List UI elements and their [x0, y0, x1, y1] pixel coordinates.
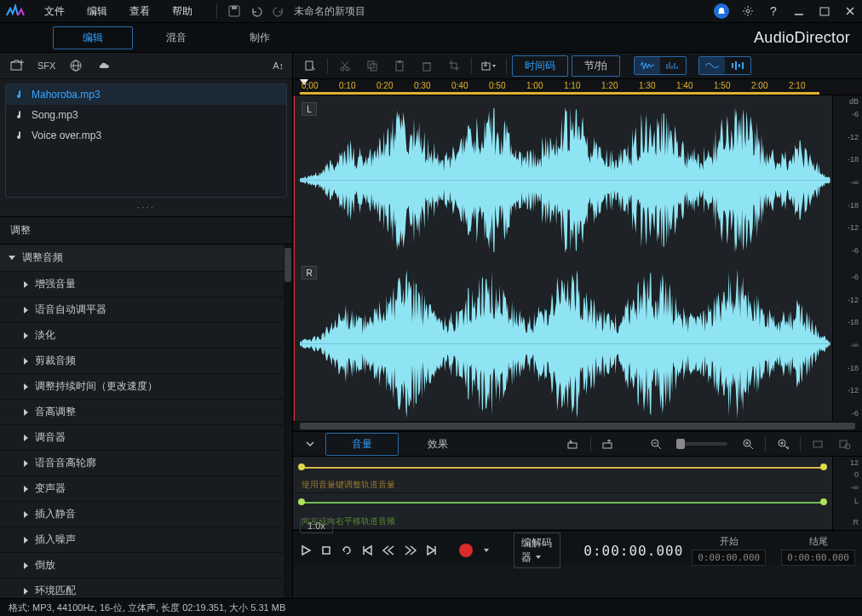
scrollbar-vertical[interactable] [284, 245, 292, 598]
help-icon[interactable]: ? [767, 4, 780, 18]
adjust-item[interactable]: 调整持续时间（更改速度） [0, 374, 284, 400]
cut-icon[interactable] [333, 56, 357, 75]
marker-out-icon[interactable] [596, 435, 620, 453]
channel-label-left: L [302, 102, 317, 116]
waveform-left-channel[interactable]: L [300, 101, 830, 252]
pan-envelope-lane[interactable]: 向左或向右平移轨道音频 [293, 493, 832, 530]
close-icon[interactable] [843, 4, 857, 18]
adjust-item[interactable]: 插入噪声 [0, 527, 284, 553]
adjust-item[interactable]: 音高调整 [0, 400, 284, 425]
adjust-item[interactable]: 调音器 [0, 425, 284, 451]
copy-icon[interactable] [360, 56, 384, 75]
codec-button[interactable]: 编解码器 [514, 533, 560, 568]
status-bar: 格式: MP3, 44100Hz, 16-位, 立体声, 长度 02:19.35… [0, 598, 862, 616]
notification-icon[interactable] [714, 3, 729, 19]
maximize-icon[interactable] [818, 4, 831, 18]
adjust-item[interactable]: 语音自动调平器 [0, 297, 284, 323]
db-scale: dB -6-12-18-∞-18-12-6 -6-12-18-∞-18-12-6 [832, 95, 862, 421]
timecode-display: 0:00:00.000 [583, 543, 683, 559]
redo-icon[interactable] [272, 4, 285, 18]
wave-display-1-icon[interactable] [699, 57, 725, 74]
settings-icon[interactable] [741, 4, 755, 18]
delete-icon[interactable] [415, 56, 439, 75]
svg-rect-4 [820, 8, 829, 15]
adjust-item[interactable]: 增强音量 [0, 272, 284, 297]
skip-end-icon[interactable] [426, 541, 438, 560]
zoom-select-icon[interactable] [806, 435, 830, 453]
svg-point-12 [341, 67, 344, 71]
end-time[interactable]: 0:00:00.000 [781, 550, 855, 566]
menu-file[interactable]: 文件 [44, 4, 65, 19]
svg-rect-18 [423, 63, 430, 71]
svg-rect-27 [735, 61, 737, 70]
file-row[interactable]: Song.mp3 [6, 105, 286, 125]
file-row[interactable]: Voice over.mp3 [6, 125, 286, 146]
adjust-item[interactable]: 淡化 [0, 323, 284, 348]
tab-effects[interactable]: 效果 [402, 434, 474, 455]
speed-indicator[interactable]: 1.0x [300, 518, 333, 533]
adjust-item[interactable]: 倒放 [0, 553, 284, 579]
file-row[interactable]: Mahoroba.mp3 [6, 84, 286, 105]
mode-mix[interactable]: 混音 [136, 26, 216, 49]
timeline-ruler[interactable]: 0;000:100:200:300:400:501:001:101:201:30… [293, 79, 862, 95]
forward-icon[interactable] [404, 541, 417, 560]
adjust-item[interactable]: 语音音高轮廓 [0, 451, 284, 476]
svg-rect-29 [742, 62, 744, 69]
zoom-region-icon[interactable] [833, 435, 857, 453]
waveform-view-icon[interactable] [635, 57, 660, 74]
save-icon[interactable] [227, 4, 241, 18]
record-dropdown-icon[interactable] [481, 541, 493, 560]
svg-rect-46 [323, 547, 330, 554]
undo-icon[interactable] [250, 4, 263, 18]
panel-resize-handle[interactable]: ···· [0, 198, 292, 216]
volume-hint: 使用音量键调整轨道音量 [302, 479, 395, 491]
adjust-item[interactable]: 剪裁音频 [0, 348, 284, 374]
select-tool-icon[interactable] [298, 56, 322, 75]
minimize-icon[interactable] [792, 4, 806, 18]
adjust-item[interactable]: 插入静音 [0, 502, 284, 527]
zoom-out-icon[interactable] [644, 435, 668, 453]
spectral-view-icon[interactable] [660, 57, 686, 74]
globe-icon[interactable] [67, 57, 84, 74]
rewind-icon[interactable] [382, 541, 395, 560]
adjust-group[interactable]: 调整音频 [0, 245, 284, 272]
cloud-icon[interactable] [96, 57, 113, 74]
collapse-icon[interactable] [298, 435, 322, 453]
menu-edit[interactable]: 编辑 [87, 4, 107, 19]
file-name: Voice over.mp3 [32, 130, 101, 141]
file-list: Mahoroba.mp3 Song.mp3 Voice over.mp3 [5, 83, 287, 198]
timecode-button[interactable]: 时间码 [512, 55, 568, 77]
paste-icon[interactable] [388, 56, 411, 75]
waveform-right-channel[interactable]: R [300, 264, 830, 416]
start-time[interactable]: 0:00:00.000 [692, 550, 766, 566]
menu-help[interactable]: 帮助 [172, 4, 193, 19]
file-name: Song.mp3 [32, 109, 78, 121]
beats-button[interactable]: 节/拍 [572, 55, 620, 77]
zoom-slider[interactable] [676, 442, 727, 446]
music-note-icon [14, 110, 25, 120]
svg-rect-32 [568, 443, 577, 448]
mode-produce[interactable]: 制作 [220, 26, 300, 49]
tab-volume[interactable]: 音量 [325, 433, 399, 456]
mode-edit[interactable]: 编辑 [53, 26, 133, 49]
sfx-button[interactable]: SFX [37, 57, 55, 74]
zoom-in-icon[interactable] [736, 435, 760, 453]
export-dropdown-icon[interactable] [477, 56, 501, 75]
loop-icon[interactable] [341, 541, 353, 560]
menu-view[interactable]: 查看 [129, 4, 150, 19]
font-size-button[interactable]: A↕ [273, 57, 284, 74]
svg-rect-17 [398, 60, 401, 63]
crop-icon[interactable] [442, 56, 466, 75]
zoom-fit-icon[interactable] [771, 435, 795, 453]
volume-envelope-lane[interactable]: 使用音量键调整轨道音量 [293, 457, 832, 493]
svg-rect-1 [232, 6, 237, 9]
adjust-item[interactable]: 环境匹配 [0, 579, 284, 598]
stop-icon[interactable] [320, 541, 332, 560]
record-icon[interactable] [459, 541, 473, 560]
import-icon[interactable] [9, 57, 26, 74]
adjust-item[interactable]: 变声器 [0, 476, 284, 502]
marker-in-icon[interactable] [561, 435, 585, 453]
skip-start-icon[interactable] [361, 541, 373, 560]
wave-display-2-icon[interactable] [725, 57, 750, 74]
play-icon[interactable] [300, 541, 312, 560]
